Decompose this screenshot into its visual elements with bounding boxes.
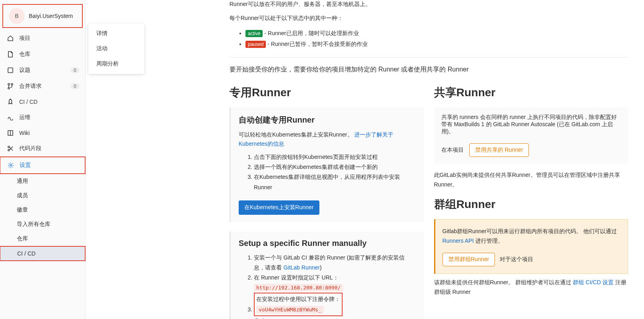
step: 点击下面的按钮转到Kubernetes页面开始安装过程 [254, 152, 416, 162]
nav-label: 仓库 [19, 51, 30, 58]
auto-h: 自动创建专用Runner [239, 115, 416, 125]
rocket-icon [7, 99, 14, 105]
divider [229, 57, 628, 57]
nav-project[interactable]: 项目 [0, 30, 85, 46]
svg-rect-0 [8, 68, 13, 73]
flyout-details[interactable]: 详情 [88, 26, 144, 41]
nav-label: 设置 [20, 162, 31, 169]
subnav-members[interactable]: 成员 [0, 188, 85, 203]
runners-api-link[interactable]: Runners API [443, 238, 474, 244]
svg-point-1 [8, 83, 10, 85]
group-alert: Gitlab群组Runner可以用来运行群组内所有项目的代码。 他们可以通过 R… [434, 219, 628, 274]
settings-subnav: 通用 成员 徽章 导入所有仓库 仓库 CI / CD [0, 174, 85, 261]
nav-label: 合并请求 [19, 83, 42, 90]
disable-shared-button[interactable]: 禁用共享的 Runner [469, 143, 529, 157]
auto-p: 可以轻松地在Kubernetes集群上安装Runner。 进一步了解关于Kube… [239, 130, 416, 148]
flyout-cycle[interactable]: 周期分析 [88, 56, 144, 71]
flyout-activity[interactable]: 活动 [88, 41, 144, 56]
project-flyout: 详情 活动 周期分析 [88, 24, 144, 74]
status-text: - Runner已暂停，暂时不会接受新的作业 [266, 41, 367, 47]
runner-url: http://192.168.200.80:8090/ [254, 284, 343, 291]
nav-label: 运维 [19, 114, 30, 121]
status-list: active - Runner已启用，随时可以处理新作业 paused - Ru… [229, 28, 628, 49]
gear-icon [8, 162, 14, 168]
ops-icon [7, 114, 14, 121]
nav-label: 项目 [19, 35, 30, 42]
nav-wiki[interactable]: Wiki [0, 125, 85, 141]
nav-badge: 0 [70, 83, 80, 89]
manual-setup-well: Setup a specific Runner manually 安装一个与 G… [229, 232, 424, 319]
group-alert-text: Gitlab群组Runner可以用来运行群组内所有项目的代码。 他们可以通过 R… [443, 227, 621, 246]
active-badge: active [245, 30, 263, 37]
subnav-badges[interactable]: 徽章 [0, 203, 85, 217]
shared-well: 共享的 runners 会在同样的 runner 上执行不同项目的代码，除非配置… [434, 107, 628, 163]
status-paused: paused - Runner已暂停，暂时不会接受新的作业 [245, 39, 628, 50]
manual-h: Setup a specific Runner manually [239, 239, 416, 248]
nav-label: 代码片段 [19, 145, 42, 152]
nav-label: Wiki [19, 130, 30, 136]
step: 启动 Runner! [254, 316, 416, 319]
shared-row: 在本项目 禁用共享的 Runner [441, 143, 621, 157]
paused-badge: paused [245, 41, 266, 48]
nav-ops[interactable]: 运维 [0, 109, 85, 125]
subnav-cicd[interactable]: CI / CD [0, 246, 86, 261]
subhead: 要开始接受你的作业，需要你给你的项目增加特定的 Runner 或者使用共享的 R… [229, 65, 628, 74]
step: 在Kubernetes集群详细信息视图中，从应用程序列表中安装Runner [254, 172, 416, 192]
nav-cicd[interactable]: CI / CD [0, 94, 85, 109]
nav-label: 议题 [19, 67, 30, 74]
status-active: active - Runner已启用，随时可以处理新作业 [245, 28, 628, 39]
status-text: - Runner已启用，随时可以处理新作业 [263, 30, 359, 36]
shared-runner-col: 共享Runner 共享的 runners 会在同样的 runner 上执行不同项… [434, 82, 628, 319]
subnav-repo[interactable]: 仓库 [0, 232, 85, 246]
shared-note: 此GitLab实例尚未提供任何共享Runner。管理员可以在管理区域中注册共享R… [434, 170, 628, 190]
step: 选择一个既有的Kubernetes集群或者创建一个新的 [254, 162, 416, 172]
in-project-label: 在本项目 [441, 147, 464, 154]
nav-repo[interactable]: 仓库 [0, 46, 85, 62]
main-content: Runner可以放在不同的用户、服务器，甚至本地机器上。 每个Runner可以处… [86, 0, 644, 319]
disable-group-button[interactable]: 禁用群组Runner [443, 253, 495, 266]
nav-settings[interactable]: 设置 [0, 157, 86, 174]
issues-icon [7, 67, 14, 73]
for-project-label: 对于这个项目 [500, 255, 533, 264]
sidebar-nav: 项目 仓库 议题 0 合并请求 0 CI / CD 运维 [0, 30, 85, 174]
book-icon [7, 130, 14, 136]
svg-point-4 [8, 149, 10, 151]
nav-label: CI / CD [19, 99, 38, 105]
intro-line2: 每个Runner可以处于以下状态中的其中一种： [229, 14, 628, 22]
group-title: 群组Runner [434, 197, 628, 212]
svg-point-3 [11, 83, 13, 85]
file-icon [7, 51, 14, 57]
manual-steps: 安装一个与 GitLab CI 兼容的 Runner (如需了解更多的安装信息，… [239, 253, 416, 319]
install-kube-button[interactable]: 在Kubernetes上安装Runner [239, 200, 319, 215]
auto-steps: 点击下面的按钮转到Kubernetes页面开始安装过程 选择一个既有的Kuber… [239, 152, 416, 192]
project-name: Baiyi.UserSystem [29, 13, 73, 19]
project-header[interactable]: B Baiyi.UserSystem [2, 4, 83, 28]
group-row: 禁用群组Runner 对于这个项目 [443, 253, 621, 266]
svg-point-2 [8, 87, 10, 89]
merge-icon [7, 83, 14, 89]
nav-issues[interactable]: 议题 0 [0, 62, 85, 78]
svg-point-5 [8, 146, 10, 148]
step: 安装一个与 GitLab CI 兼容的 Runner (如需了解更多的安装信息，… [254, 253, 416, 273]
specific-runner-col: 专用Runner 自动创建专用Runner 可以轻松地在Kubernetes集群… [229, 82, 424, 319]
runner-token: voU4wYHEuWM8zBYWuMs_ [256, 306, 324, 313]
svg-point-6 [10, 164, 12, 166]
specific-title: 专用Runner [229, 85, 424, 100]
shared-title: 共享Runner [434, 85, 628, 100]
step: 在安装过程中使用以下注册令牌：voU4wYHEuWM8zBYWuMs_ [254, 293, 416, 316]
sidebar: B Baiyi.UserSystem 项目 仓库 议题 0 合并请求 0 [0, 0, 86, 319]
gitlab-runner-link[interactable]: GitLab Runner [283, 264, 320, 271]
home-icon [7, 35, 14, 42]
group-note: 该群组未提供任何群组Runner。 群组维护者可以在通过 群组 CI/CD 设置… [434, 278, 628, 297]
group-cicd-link[interactable]: 群组 CI/CD 设置 [573, 279, 614, 285]
project-avatar: B [9, 8, 25, 24]
step: 在 Runner 设置时指定以下 URL：http://192.168.200.… [254, 273, 416, 293]
subnav-general[interactable]: 通用 [0, 174, 85, 188]
scissors-icon [7, 145, 14, 152]
nav-snippets[interactable]: 代码片段 [0, 141, 85, 157]
intro: Runner可以放在不同的用户、服务器，甚至本地机器上。 每个Runner可以处… [229, 0, 628, 49]
subnav-import[interactable]: 导入所有仓库 [0, 217, 85, 232]
nav-badge: 0 [70, 67, 80, 73]
shared-desc: 共享的 runners 会在同样的 runner 上执行不同项目的代码，除非配置… [441, 114, 621, 135]
nav-merge-requests[interactable]: 合并请求 0 [0, 78, 85, 94]
